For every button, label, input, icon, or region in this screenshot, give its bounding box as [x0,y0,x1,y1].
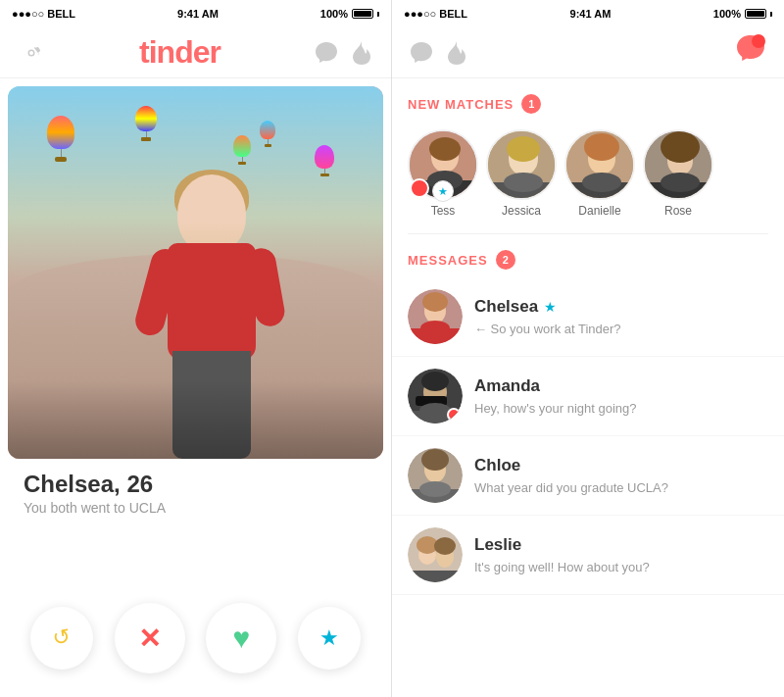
figure-head [177,174,246,253]
figure-body [168,243,256,361]
jessica-avatar-wrap [486,129,557,200]
jessica-avatar [486,129,557,200]
jessica-photo [488,131,557,200]
chloe-msg-avatar [408,448,463,503]
svg-point-20 [661,173,700,192]
like-icon: ♥ [232,622,250,655]
leslie-photo [408,527,463,582]
match-item-tess[interactable]: ★ Tess [408,129,478,218]
right-carrier: ●●●○○ BELL [404,8,467,20]
right-battery-icon [745,9,766,19]
matches-row: ★ Tess [392,122,784,233]
svg-point-13 [584,133,619,161]
superlike-button[interactable]: ★ [298,607,361,670]
dislike-button[interactable]: ✕ [115,603,185,673]
profile-info: Chelsea, 26 You both went to UCLA [8,459,383,527]
svg-point-23 [422,292,448,312]
superlike-icon: ★ [319,625,339,651]
rose-name: Rose [664,204,692,218]
gear-icon [21,42,42,64]
right-header [392,27,784,78]
right-battery-area: 100% [713,8,772,20]
balloon-1 [47,116,74,162]
leslie-msg-text: It's going well! How about you? [474,560,650,574]
left-battery-icon [352,9,373,19]
match-item-jessica[interactable]: Jessica [486,129,557,218]
message-item-chloe[interactable]: Chloe What year did you gradute UCLA? [392,436,784,516]
messages-section-header: MESSAGES 2 [392,234,784,277]
chelsea-msg-content: Chelsea ★ ← So you work at Tinder? [474,297,768,337]
right-time: 9:41 AM [570,8,612,20]
message-item-chelsea[interactable]: Chelsea ★ ← So you work at Tinder? [392,277,784,357]
right-battery-fill [747,11,764,17]
active-chat-icon-wrap[interactable] [733,33,768,73]
tess-star-badge: ★ [432,180,454,202]
amanda-msg-name: Amanda [474,376,540,396]
flame-icon[interactable] [348,39,375,67]
left-time: 9:41 AM [177,8,219,20]
left-header: tinder [0,27,391,78]
left-battery-fill [354,11,371,17]
chelsea-msg-name: Chelsea [474,297,538,317]
chelsea-name-row: Chelsea ★ [474,297,768,317]
chloe-msg-text: What year did you gradute UCLA? [474,480,668,495]
undo-icon: ↺ [51,624,73,653]
chelsea-msg-text: ← So you work at Tinder? [474,322,621,336]
settings-button[interactable] [16,37,47,69]
tess-new-badge [410,178,429,198]
undo-button[interactable]: ↺ [30,607,93,670]
chloe-photo [408,448,463,503]
left-panel: ●●●○○ BELL 9:41 AM 100% tinder [0,0,392,697]
right-flame-icon[interactable] [443,39,470,67]
left-battery-cap [377,12,379,17]
chelsea-msg-avatar [408,289,463,344]
new-matches-badge: 1 [521,94,541,114]
chat-icon[interactable] [313,39,340,67]
chelsea-photo [408,289,463,344]
messages-badge: 2 [496,250,515,270]
amanda-msg-content: Amanda Hey, how's your night going? [474,376,768,417]
chloe-msg-name: Chloe [474,456,520,475]
new-matches-header: NEW MATCHES 1 [392,78,784,122]
messages-title: MESSAGES [408,253,488,268]
dislike-icon: ✕ [138,622,161,655]
right-chat-active-icon [733,33,768,69]
right-chat-inactive-icon[interactable] [408,39,435,67]
svg-point-0 [752,34,765,48]
card-container: Chelsea, 26 You both went to UCLA [0,78,391,587]
card-gradient [8,380,383,459]
match-item-danielle[interactable]: Danielle [564,129,635,218]
danielle-name: Danielle [578,204,620,218]
action-buttons: ↺ ✕ ♥ ★ [0,587,391,697]
like-button[interactable]: ♥ [206,603,276,673]
svg-point-35 [421,449,449,471]
danielle-photo [566,131,635,200]
leslie-name-row: Leslie [474,535,768,555]
svg-point-25 [420,321,450,336]
left-header-icons [313,39,375,67]
svg-point-10 [504,173,543,192]
balloon-5 [260,121,275,147]
danielle-avatar [564,129,635,200]
jessica-name: Jessica [502,204,541,218]
tess-name: Tess [431,204,456,218]
profile-card[interactable] [8,86,383,459]
right-status-bar: ●●●○○ BELL 9:41 AM 100% [392,0,784,27]
message-item-amanda[interactable]: Amanda Hey, how's your night going? [392,357,784,436]
left-carrier: ●●●○○ BELL [12,8,75,20]
svg-point-18 [661,131,700,163]
rose-avatar [643,129,713,200]
message-item-leslie[interactable]: Leslie It's going well! How about you? [392,516,784,595]
balloon-2 [135,106,157,141]
leslie-msg-content: Leslie It's going well! How about you? [474,535,768,575]
new-matches-title: NEW MATCHES [408,97,514,112]
leslie-msg-name: Leslie [474,535,521,555]
left-battery-label: 100% [320,8,348,20]
leslie-msg-avatar [408,527,463,582]
svg-point-15 [582,173,621,192]
chloe-name-row: Chloe [474,456,768,475]
profile-detail: You both went to UCLA [24,500,368,516]
balloon-3 [233,135,251,165]
chloe-msg-content: Chloe What year did you gradute UCLA? [474,456,768,496]
match-item-rose[interactable]: Rose [643,129,713,218]
